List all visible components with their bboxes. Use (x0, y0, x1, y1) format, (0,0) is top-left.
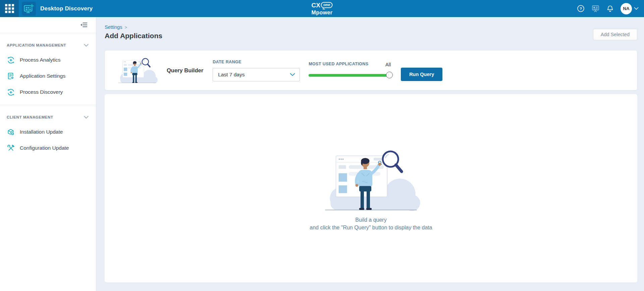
sidebar-item-label: Application Settings (20, 73, 65, 79)
sidebar-collapse-button[interactable] (80, 22, 88, 28)
empty-state-illustration (320, 144, 422, 216)
slider-track[interactable] (309, 74, 391, 77)
presentation-board-button[interactable] (591, 4, 600, 13)
logo-one-bubble: one (321, 2, 332, 8)
grid-icon (5, 4, 14, 13)
query-builder-illustration (116, 55, 159, 85)
date-range-value: Last 7 days (218, 72, 245, 78)
header-actions: ? NA (577, 3, 644, 14)
app-title: Desktop Discovery (40, 5, 93, 12)
logo-mpower: Mpower (312, 10, 333, 15)
sidebar-item-label: Installation Update (20, 129, 63, 135)
empty-state-line1: Build a query (355, 216, 386, 224)
avatar[interactable]: NA (621, 3, 632, 14)
page-title: Add Applications (105, 32, 162, 40)
slider-thumb[interactable] (386, 72, 393, 78)
sidebar-item-configuration-update[interactable]: Configuration Update (0, 140, 96, 156)
most-used-applications-slider[interactable] (309, 72, 391, 79)
chevron-down-icon (84, 44, 89, 47)
chevron-down-icon (634, 7, 639, 10)
help-icon: ? (577, 4, 585, 13)
configuration-update-icon (7, 144, 15, 152)
breadcrumb: Settings> (105, 24, 162, 30)
most-used-applications-label: MOST USED APPLICATIONS (309, 62, 368, 66)
section-label: APPLICATION MANAGEMENT (7, 43, 66, 47)
sidebar-item-process-discovery[interactable]: Process Discovery (0, 84, 96, 100)
logo-cx: CX (312, 2, 320, 8)
desktop-discovery-app-icon (22, 2, 36, 16)
user-menu[interactable]: NA (621, 3, 639, 14)
header-left: Desktop Discovery (0, 0, 93, 17)
sidebar-item-label: Configuration Update (20, 145, 69, 151)
slider-value-label: All (385, 62, 391, 67)
sidebar-item-label: Process Discovery (20, 89, 63, 95)
query-builder-card: Query Builder DATE RANGE Last 7 days MOS… (105, 50, 637, 90)
app-launcher-button[interactable] (0, 0, 19, 17)
sidebar-item-installation-update[interactable]: Installation Update (0, 124, 96, 140)
date-range-select[interactable]: Last 7 days (213, 68, 300, 81)
chevron-down-icon (290, 73, 295, 76)
divider (0, 33, 96, 33)
sidebar-item-label: Process Analytics (20, 57, 60, 63)
sidebar-section-client-management: CLIENT MANAGEMENT Installation Update (0, 111, 96, 161)
notifications-button[interactable] (606, 5, 614, 13)
date-range-label: DATE RANGE (213, 60, 300, 64)
empty-state-line2: and click the "Run Query" button to disp… (310, 224, 432, 231)
section-header-client-management[interactable]: CLIENT MANAGEMENT (0, 111, 96, 124)
breadcrumb-separator: > (124, 25, 127, 30)
sidebar: APPLICATION MANAGEMENT Process Analytics (0, 17, 96, 291)
sidebar-item-application-settings[interactable]: Application Settings (0, 68, 96, 84)
app-header: Desktop Discovery CX one Mpower ? (0, 0, 644, 17)
help-button[interactable]: ? (577, 4, 585, 13)
bell-icon (606, 5, 614, 13)
sidebar-section-application-management: APPLICATION MANAGEMENT Process Analytics (0, 39, 96, 105)
process-discovery-icon (7, 88, 15, 96)
divider (0, 105, 96, 105)
sidebar-item-process-analytics[interactable]: Process Analytics (0, 52, 96, 68)
chevron-down-icon (84, 116, 89, 119)
query-builder-title: Query Builder (167, 67, 203, 74)
query-results-card: Build a query and click the "Run Query" … (105, 94, 637, 282)
presentation-board-icon (591, 4, 600, 13)
date-range-field: DATE RANGE Last 7 days (213, 60, 300, 81)
add-selected-button[interactable]: Add Selected (593, 29, 637, 40)
application-settings-icon (7, 72, 15, 80)
empty-state: Build a query and click the "Run Query" … (310, 144, 432, 231)
most-used-applications-field: MOST USED APPLICATIONS All (309, 62, 391, 79)
section-label: CLIENT MANAGEMENT (7, 115, 53, 119)
installation-update-icon (7, 128, 15, 136)
breadcrumb-settings-link[interactable]: Settings (105, 24, 122, 30)
collapse-menu-icon (80, 22, 88, 28)
main-content: Settings> Add Applications Add Selected … (96, 17, 644, 291)
svg-text:?: ? (580, 7, 582, 11)
cxone-mpower-logo: CX one Mpower (312, 2, 333, 15)
section-header-application-management[interactable]: APPLICATION MANAGEMENT (0, 39, 96, 52)
run-query-button[interactable]: Run Query (401, 68, 442, 81)
process-analytics-icon (7, 56, 15, 64)
